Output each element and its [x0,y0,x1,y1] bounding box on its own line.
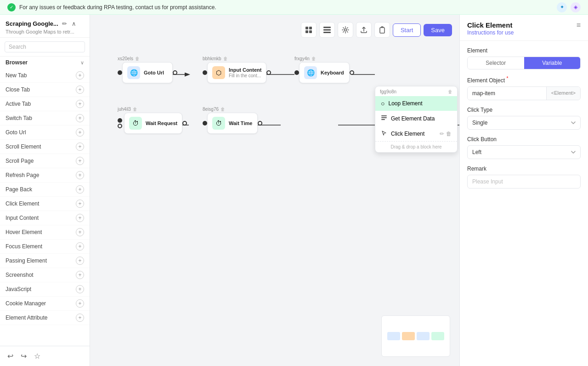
sidebar-item-scroll-page[interactable]: Scroll Page + [0,154,90,168]
sidebar-item-element-attribute[interactable]: Element Attribute + [0,311,90,325]
svg-rect-2 [305,30,308,33]
sidebar: Scraping Google... ✏ ∧ Through Google Ma… [0,15,90,366]
node-id-wait-request: juh4il3 🗑 [118,107,187,112]
add-switch-tab-icon[interactable]: + [76,114,84,122]
add-click-element-icon[interactable]: + [76,200,84,208]
sidebar-item-new-tab[interactable]: New Tab + [0,69,90,83]
delete-node-icon[interactable]: 🗑 [311,56,316,61]
add-focus-element-icon[interactable]: + [76,242,84,251]
loop-item-click-element[interactable]: Click Element ✏ 🗑 [375,126,457,141]
sidebar-item-input-content[interactable]: Input Content + [0,211,90,225]
sidebar-item-passing-element[interactable]: Passing Element + [0,254,90,268]
notif-status-icon: ✓ [7,3,16,11]
add-refresh-page-icon[interactable]: + [76,171,84,179]
add-scroll-page-icon[interactable]: + [76,157,84,165]
node-id-input-content: bbhkmkb 🗑 [203,56,271,61]
sidebar-item-cookie-manager[interactable]: Cookie Manager + [0,297,90,311]
add-hover-element-icon[interactable]: + [76,228,84,236]
selector-tab[interactable]: Selector [468,57,524,69]
delete-node-icon[interactable]: 🗑 [135,56,140,61]
save-button[interactable]: Save [424,24,452,36]
element-object-input[interactable] [468,87,546,100]
browser-section-header[interactable]: Browser ∨ [0,57,90,69]
mini-thumbnail [381,315,450,357]
node-keyboard[interactable]: frxgy4n 🗑 🌐 Keyboard [294,56,354,83]
edit-loop-item-button[interactable]: ✏ [440,131,444,137]
search-box [0,38,90,57]
sidebar-item-active-tab[interactable]: Active Tab + [0,97,90,111]
delete-loop-icon[interactable]: 🗑 [448,89,452,94]
loop-item-get-element-data[interactable]: Get Element Data [375,111,457,126]
mini-node-4 [431,332,444,340]
add-active-tab-icon[interactable]: + [76,100,84,108]
settings-button[interactable] [338,22,353,38]
get-element-data-icon [381,114,387,122]
upload-button[interactable] [356,22,372,38]
sidebar-item-page-back[interactable]: Page Back + [0,183,90,197]
click-type-select[interactable]: Single Double Right Click [467,116,581,130]
element-object-row: <Element> [467,86,581,100]
node-wait-time[interactable]: 8eisg76 🗑 ⏱ Wait Time [203,107,262,134]
sidebar-item-label: Passing Element [6,257,47,264]
add-element-attribute-icon[interactable]: + [76,314,84,322]
delete-node-icon[interactable]: 🗑 [133,107,137,112]
notif-discord-icon[interactable]: ◈ [571,2,581,12]
node-wait-request[interactable]: juh4il3 🗑 ⏱ Wait Request [118,107,187,134]
collapse-sidebar-button[interactable]: ∧ [71,19,77,28]
browser-chevron-icon: ∨ [80,60,84,66]
sidebar-item-scroll-element[interactable]: Scroll Element + [0,140,90,154]
grid-view-button[interactable] [301,22,317,38]
notif-link-icon[interactable]: ✦ [557,2,567,12]
element-object-field: Element Object * <Element> [467,76,581,100]
svg-rect-6 [323,32,331,33]
star-button[interactable]: ☆ [32,350,42,362]
node-id-wait-time: 8eisg76 🗑 [203,107,262,112]
add-screenshot-icon[interactable]: + [76,271,84,279]
add-cookie-manager-icon[interactable]: + [76,299,84,308]
sidebar-item-javascript[interactable]: JavaScript + [0,282,90,297]
edit-project-button[interactable]: ✏ [61,19,68,28]
add-javascript-icon[interactable]: + [76,285,84,293]
click-button-label: Click Button [467,136,581,143]
node-icon-wait-time: ⏱ [212,117,225,130]
add-goto-url-icon[interactable]: + [76,128,84,137]
start-button[interactable]: Start [393,23,421,37]
panel-more-icon[interactable]: ≡ [577,21,581,29]
clipboard-button[interactable] [374,22,390,38]
sidebar-item-close-tab[interactable]: Close Tab + [0,83,90,97]
variable-tab[interactable]: Variable [524,57,581,69]
loop-item-label: Loop Element [388,100,422,107]
search-input[interactable] [5,41,85,52]
sidebar-item-click-element[interactable]: Click Element + [0,197,90,211]
delete-node-icon[interactable]: 🗑 [223,56,228,61]
add-page-back-icon[interactable]: + [76,185,84,194]
add-new-tab-icon[interactable]: + [76,71,84,80]
delete-node-icon[interactable]: 🗑 [220,107,225,112]
chevron-up-icon: ∧ [72,20,76,27]
instructions-link[interactable]: Instructions for use [467,29,514,36]
add-input-content-icon[interactable]: + [76,214,84,222]
node-goto-url[interactable]: xs20els 🗑 🌐 Goto Url [118,56,177,83]
sidebar-item-refresh-page[interactable]: Refresh Page + [0,168,90,183]
sidebar-item-screenshot[interactable]: Screenshot + [0,268,90,282]
node-title: Goto Url [144,70,168,75]
add-scroll-element-icon[interactable]: + [76,143,84,151]
delete-loop-item-button[interactable]: 🗑 [446,131,452,137]
node-input-content[interactable]: bbhkmkb 🗑 ⬡ Input Content Fill in the co… [203,56,271,83]
sidebar-item-switch-tab[interactable]: Switch Tab + [0,111,90,126]
sidebar-item-goto-url[interactable]: Goto Url + [0,126,90,140]
click-button-select[interactable]: Left Right Middle [467,145,581,159]
canvas-bottom-toolbar: ↩ ↪ ☆ [0,346,90,366]
undo-button[interactable]: ↩ [6,350,15,362]
svg-rect-17 [381,119,385,120]
loop-item-loop-element[interactable]: ○ Loop Element [375,96,457,111]
add-close-tab-icon[interactable]: + [76,86,84,94]
remark-input[interactable] [467,175,581,189]
redo-button[interactable]: ↪ [19,350,28,362]
add-passing-element-icon[interactable]: + [76,257,84,265]
loop-element-icon: ○ [381,100,384,107]
sidebar-item-focus-element[interactable]: Focus Element + [0,240,90,254]
canvas: Start Save [90,15,459,366]
stack-view-button[interactable] [319,22,335,38]
sidebar-item-hover-element[interactable]: Hover Element + [0,225,90,240]
